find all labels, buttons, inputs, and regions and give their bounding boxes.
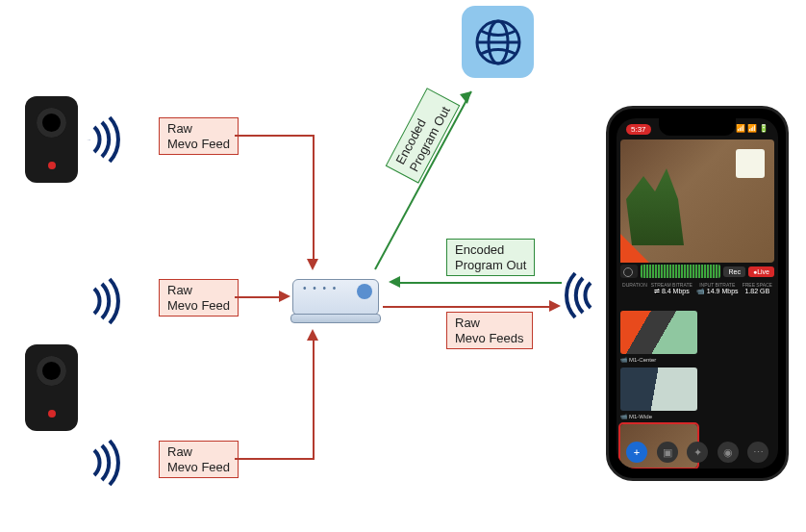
router	[292, 279, 379, 316]
stat: DURATION	[622, 282, 647, 295]
thumbnail-image	[620, 367, 697, 411]
stat: INPUT BITRATE📹 14.9 Mbps	[696, 282, 739, 295]
controls-row: Rec ●Live	[620, 265, 774, 278]
thumbnail[interactable]: M1-Wide	[620, 367, 697, 419]
thumbnail-caption: M1-Center	[620, 356, 697, 363]
stats-row: DURATIONSTREAM BITRATE⇌ 8.4 MbpsINPUT BI…	[620, 282, 774, 295]
add-button[interactable]: +	[626, 442, 647, 463]
bottom-bar: + ▣ ✦ ◉ ⋯	[620, 442, 774, 463]
camera-2	[25, 344, 78, 431]
wifi-icon	[83, 439, 121, 487]
eye-icon[interactable]: ◉	[718, 442, 739, 463]
preview-light	[736, 149, 765, 178]
audio-waveform	[641, 265, 720, 278]
rec-button[interactable]: Rec	[723, 266, 744, 277]
stat: STREAM BITRATE⇌ 8.4 Mbps	[651, 282, 693, 295]
arrowhead-icon	[549, 300, 561, 312]
label-raw-feeds: Raw Mevo Feeds	[446, 312, 533, 349]
more-icon[interactable]: ⋯	[747, 442, 768, 463]
live-button[interactable]: ●Live	[748, 266, 774, 277]
arrow-line	[235, 296, 281, 298]
thumbnail-caption: M1-Wide	[620, 413, 697, 419]
arrow-line	[235, 135, 315, 137]
arrow-line	[383, 306, 551, 308]
arrow-line	[235, 458, 315, 460]
arrow-line	[313, 135, 315, 265]
arrowhead-icon	[307, 259, 318, 270]
camera-1	[25, 96, 78, 183]
router-base	[290, 314, 381, 323]
arrowhead-icon	[307, 329, 318, 341]
preview-video[interactable]	[620, 139, 774, 263]
thumbnail-image	[620, 311, 697, 354]
arrowhead-icon	[279, 291, 290, 302]
arrow-line	[398, 282, 562, 284]
label-raw-feed-1: Raw Mevo Feed	[159, 117, 239, 155]
stat-label: DURATION	[622, 282, 647, 288]
stat-value: ⇌ 8.4 Mbps	[651, 288, 693, 295]
phone-mockup: 5:37 📶 📶 🔋 Rec ●Live DURATIONSTREAM BITR…	[606, 106, 789, 481]
stat-value: 1.82 GB	[743, 288, 772, 294]
thumbnail[interactable]: M1-Center	[620, 311, 697, 363]
library-icon[interactable]: ▣	[657, 442, 678, 463]
wifi-icon	[564, 271, 602, 319]
stat: FREE SPACE1.82 GB	[743, 282, 772, 295]
arrow-line	[313, 335, 315, 460]
stat-value: 📹 14.9 Mbps	[696, 288, 739, 295]
status-icons: 📶 📶 🔋	[736, 124, 768, 135]
preview-plant	[626, 168, 684, 245]
label-raw-feed-2: Raw Mevo Feed	[159, 279, 239, 317]
wifi-icon	[83, 277, 121, 325]
label-encoded-out-phone: Encoded Program Out	[446, 239, 535, 276]
sparkle-icon[interactable]: ✦	[687, 442, 708, 463]
time-badge: 5:37	[626, 124, 651, 135]
globe-icon	[462, 6, 534, 78]
mute-icon[interactable]	[620, 265, 638, 278]
label-raw-feed-3: Raw Mevo Feed	[159, 441, 239, 478]
phone-screen: 5:37 📶 📶 🔋 Rec ●Live DURATIONSTREAM BITR…	[617, 118, 778, 469]
wifi-icon	[83, 115, 121, 164]
phone-notch	[659, 118, 736, 136]
arrowhead-icon	[389, 276, 400, 288]
